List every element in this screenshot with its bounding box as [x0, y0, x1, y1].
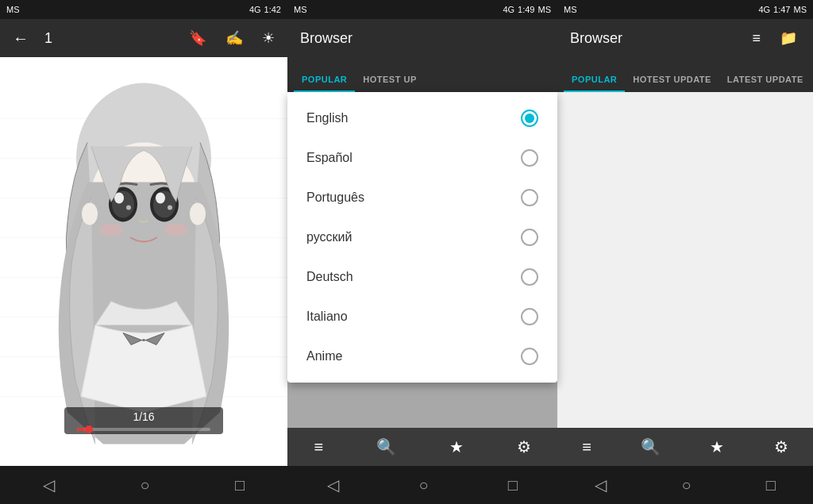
browser2-content: English Español Português русский	[287, 92, 557, 428]
browser2-statusbar: MS 4G 1:49 MS	[287, 0, 557, 19]
browser3-favorites-btn[interactable]: ★	[707, 434, 727, 460]
browser3-nav-back[interactable]: ◁	[595, 475, 607, 494]
toolbar-icons: 🔖 ✍ ☀	[186, 26, 278, 50]
statusbar-right: 4G 1:42	[249, 5, 281, 14]
browser2-nav-bar: ◁ ○ □	[287, 466, 557, 504]
browser2-toolbar: Browser	[287, 19, 557, 57]
radio-anime[interactable]	[521, 348, 538, 365]
progress-dot	[85, 425, 93, 433]
folder-icon-btn[interactable]: 📁	[776, 26, 800, 50]
svg-point-18	[168, 206, 172, 210]
browser-clean-panel: MS 4G 1:47 MS Browser ≡ 📁 POPULAR HOTEST…	[557, 0, 813, 504]
reader-statusbar: MS 4G 1:42	[0, 0, 287, 19]
statusbar-time: 1:42	[264, 5, 281, 14]
language-option-italiano[interactable]: Italiano	[287, 297, 557, 337]
tab-hotest[interactable]: HOTEST UP	[355, 68, 424, 92]
browser2-nav-home[interactable]: ○	[418, 476, 428, 494]
statusbar2-left: MS	[294, 5, 307, 14]
browser3-content	[557, 92, 813, 428]
manga-content[interactable]: 1/16	[0, 57, 287, 466]
language-label-espanol: Español	[306, 151, 353, 165]
tab3-popular[interactable]: POPULAR	[564, 68, 625, 92]
browser2-bottom-bar: ≡ 🔍 ★ ⚙	[287, 428, 557, 466]
language-dropdown: English Español Português русский	[287, 92, 557, 383]
reader-nav-bar: ◁ ○ □	[0, 466, 287, 504]
browser3-tabs: POPULAR HOTEST UPDATE LATEST UPDATE GI	[557, 57, 813, 92]
gear-icon: ⚙	[517, 437, 531, 456]
list-icon: ≡	[314, 438, 323, 456]
brightness-icon-btn[interactable]: ☀	[259, 26, 278, 50]
filter-icon: ≡	[752, 30, 761, 47]
language-option-espanol[interactable]: Español	[287, 138, 557, 178]
browser2-tabs: POPULAR HOTEST UP	[287, 57, 557, 92]
manga-illustration	[0, 57, 287, 466]
bookmark-icon-btn[interactable]: 🔖	[186, 26, 210, 50]
progress-bar[interactable]	[77, 428, 210, 431]
radio-russian[interactable]	[521, 229, 538, 246]
page-indicator-text: 1/16	[133, 410, 154, 423]
folder-icon: 📁	[780, 29, 797, 47]
page-indicator: 1/16	[64, 407, 223, 434]
language-option-english[interactable]: English	[287, 98, 557, 138]
browser3-nav-recent[interactable]: □	[766, 476, 776, 494]
nav-home-button[interactable]: ○	[140, 476, 149, 494]
radio-english[interactable]	[521, 110, 538, 127]
browser3-title: Browser	[570, 30, 739, 47]
settings-icon-btn[interactable]: ⚙	[514, 434, 534, 460]
filter-icon-btn[interactable]: ≡	[749, 26, 764, 50]
language-label-deutsch: Deutsch	[306, 270, 353, 284]
language-option-anime[interactable]: Anime	[287, 337, 557, 376]
statusbar3-time: 1:47	[773, 5, 790, 14]
svg-point-20	[164, 224, 188, 237]
radio-deutsch[interactable]	[521, 268, 538, 286]
browser3-star-icon: ★	[710, 437, 724, 456]
back-button[interactable]: ←	[10, 26, 32, 51]
list-icon-btn[interactable]: ≡	[310, 435, 326, 460]
browser2-title: Browser	[300, 30, 545, 47]
language-option-deutsch[interactable]: Deutsch	[287, 257, 557, 297]
browser3-search-icon: 🔍	[641, 437, 661, 456]
language-option-russian[interactable]: русский	[287, 217, 557, 257]
search-icon-btn[interactable]: 🔍	[373, 434, 399, 460]
browser3-list-btn[interactable]: ≡	[579, 435, 595, 460]
tab-popular[interactable]: POPULAR	[294, 68, 355, 92]
tab3-latest[interactable]: LATEST UPDATE	[719, 68, 811, 92]
nav-recent-button[interactable]: □	[235, 476, 245, 494]
browser3-search-btn[interactable]: 🔍	[638, 434, 664, 460]
statusbar2-carrier: MS	[294, 5, 307, 14]
statusbar-signal: 4G	[249, 5, 261, 14]
favorites-icon-btn[interactable]: ★	[446, 434, 467, 460]
nav-back-button[interactable]: ◁	[43, 475, 55, 494]
gesture-icon-btn[interactable]: ✍	[222, 26, 246, 50]
svg-point-16	[156, 193, 165, 204]
statusbar2-signal: 4G	[503, 5, 514, 14]
tab3-hotest[interactable]: HOTEST UPDATE	[625, 68, 719, 92]
statusbar2-right: 4G 1:49 MS	[503, 5, 551, 14]
statusbar3-carrier: MS	[564, 5, 577, 14]
statusbar3-carrier2: MS	[794, 5, 807, 14]
radio-italiano[interactable]	[521, 308, 538, 325]
browser2-nav-back[interactable]: ◁	[327, 475, 339, 494]
browser3-toolbar-icons: ≡ 📁	[749, 26, 800, 50]
browser-dropdown-panel: MS 4G 1:49 MS Browser POPULAR HOTEST UP …	[287, 0, 557, 504]
browser2-nav-recent[interactable]: □	[508, 476, 518, 494]
browser3-settings-btn[interactable]: ⚙	[771, 434, 792, 460]
language-label-italiano: Italiano	[306, 310, 348, 324]
browser3-gear-icon: ⚙	[774, 437, 788, 456]
language-label-russian: русский	[306, 230, 352, 244]
bookmark-icon: 🔖	[189, 29, 206, 47]
radio-portugues[interactable]	[521, 189, 538, 206]
statusbar2-time: 1:49	[518, 5, 534, 14]
language-option-portugues[interactable]: Português	[287, 178, 557, 217]
browser3-nav-home[interactable]: ○	[681, 476, 691, 494]
radio-espanol[interactable]	[521, 149, 538, 167]
svg-point-19	[99, 224, 123, 237]
statusbar2-carrier2: MS	[538, 5, 552, 14]
reader-toolbar: ← 1 🔖 ✍ ☀	[0, 19, 287, 57]
page-number: 1	[44, 30, 52, 47]
svg-point-22	[190, 203, 206, 225]
toolbar-left: ← 1	[10, 26, 173, 51]
browser3-bottom-bar: ≡ 🔍 ★ ⚙	[557, 428, 813, 466]
gesture-icon: ✍	[225, 29, 243, 47]
statusbar3-signal: 4G	[758, 5, 770, 14]
